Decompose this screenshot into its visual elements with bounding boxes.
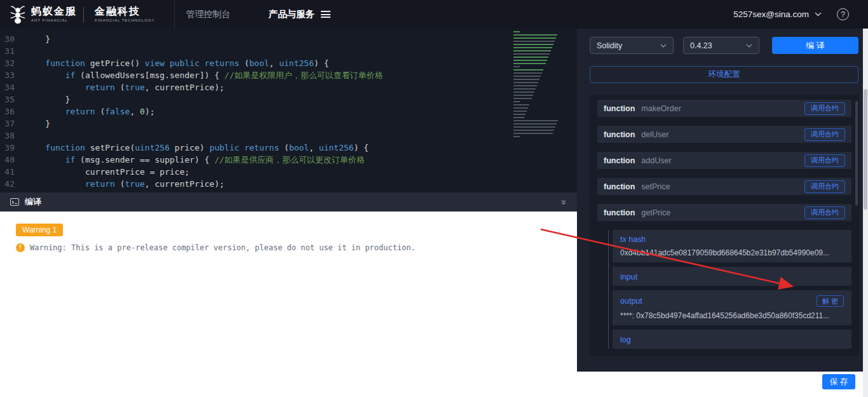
brand-division-en: FINANCIAL TECHNOLOGY bbox=[95, 18, 155, 22]
code-line: 30 } bbox=[0, 33, 577, 45]
function-name: delUser bbox=[641, 130, 668, 139]
code-line: 33 if (allowedUsers[msg.sender]) { //如果是… bbox=[0, 69, 577, 81]
function-row-addUser[interactable]: functionaddUser调用合约 bbox=[597, 152, 851, 169]
code-line: 37 } bbox=[0, 118, 577, 130]
call-contract-button[interactable]: 调用合约 bbox=[804, 128, 845, 141]
code-line: 36 return (false, 0); bbox=[0, 105, 577, 118]
output-value: ****: 0x78c5bd497e4affad1645256ad6be3d50… bbox=[620, 311, 844, 320]
version-select-value: 0.4.23 bbox=[690, 41, 712, 50]
brand-name-en: ANT FINANCIAL bbox=[31, 18, 77, 22]
brand-divider bbox=[83, 7, 84, 22]
header-divider bbox=[174, 0, 175, 29]
minimap[interactable] bbox=[513, 31, 569, 190]
ant-icon bbox=[9, 4, 27, 25]
function-name: getPrice bbox=[641, 208, 670, 217]
env-config-button[interactable]: 环境配置 bbox=[590, 66, 858, 83]
call-contract-button[interactable]: 调用合约 bbox=[804, 206, 845, 219]
function-keyword: function bbox=[604, 208, 635, 217]
decrypt-button[interactable]: 解 密 bbox=[817, 295, 844, 307]
tx-hash-label: tx hash bbox=[620, 235, 844, 244]
brand-name-cn: 蚂蚁金服 bbox=[31, 6, 77, 17]
help-icon[interactable]: ? bbox=[837, 8, 849, 20]
page-scrollbar-thumb[interactable] bbox=[864, 89, 867, 210]
warning-message: Warning: This is a pre-release compiler … bbox=[30, 243, 416, 252]
warning-icon: ! bbox=[16, 243, 25, 252]
chevron-down-icon bbox=[815, 12, 822, 17]
call-contract-button[interactable]: 调用合约 bbox=[804, 180, 845, 193]
input-block[interactable]: input bbox=[613, 267, 851, 286]
call-contract-button[interactable]: 调用合约 bbox=[804, 154, 845, 167]
console-icon bbox=[10, 198, 19, 206]
output-block: output 解 密 ****: 0x78c5bd497e4affad16452… bbox=[613, 290, 851, 325]
code-line: 38 bbox=[0, 130, 577, 142]
minimap-lines bbox=[513, 31, 569, 137]
compiler-controls: Solidity 0.4.23 编 译 bbox=[590, 37, 858, 54]
log-label: log bbox=[620, 335, 631, 344]
function-keyword: function bbox=[604, 182, 635, 191]
save-button[interactable]: 保 存 bbox=[822, 374, 855, 389]
function-list: functionmakeOrder调用合约functiondelUser调用合约… bbox=[590, 95, 859, 356]
code-line: 40 if (msg.sender == supplier) { //如果是供应… bbox=[0, 154, 577, 166]
input-label: input bbox=[620, 273, 637, 281]
page-scrollbar[interactable] bbox=[863, 29, 868, 397]
menu-icon bbox=[321, 11, 330, 18]
function-name: makeOrder bbox=[641, 104, 681, 113]
code-line: 42 return (true, currentPrice); bbox=[0, 178, 577, 190]
compile-button[interactable]: 编 译 bbox=[772, 37, 858, 54]
function-row-setPrice[interactable]: functionsetPrice调用合约 bbox=[597, 178, 851, 195]
function-getprice-block: function getPrice 调用合约 tx hash 0xd4bb141… bbox=[597, 204, 851, 349]
function-name: setPrice bbox=[641, 182, 670, 191]
compiler-output: Warning 1 ! Warning: This is a pre-relea… bbox=[0, 212, 577, 252]
ant-financial-logo: 蚂蚁金服 ANT FINANCIAL 金融科技 FINANCIAL TECHNO… bbox=[0, 4, 155, 25]
code-line: 35 } bbox=[0, 93, 577, 105]
function-rows: functionmakeOrder调用合约functiondelUser调用合约… bbox=[597, 100, 851, 195]
code-editor[interactable]: 30 }3132 function getPrice() view public… bbox=[0, 29, 577, 192]
code-lines: 30 }3132 function getPrice() view public… bbox=[0, 29, 577, 190]
code-line: 32 function getPrice() view public retur… bbox=[0, 57, 577, 69]
warning-count-badge: Warning 1 bbox=[16, 224, 63, 236]
function-name: addUser bbox=[641, 156, 671, 165]
page: 蚂蚁金服 ANT FINANCIAL 金融科技 FINANCIAL TECHNO… bbox=[0, 0, 868, 397]
function-row-getPrice[interactable]: function getPrice 调用合约 bbox=[597, 204, 851, 221]
call-contract-button[interactable]: 调用合约 bbox=[804, 102, 845, 115]
nav-management-console[interactable]: 管理控制台 bbox=[186, 9, 231, 20]
getprice-call-result: tx hash 0xd4bb141adc5e08179059bd668645b2… bbox=[608, 230, 851, 349]
function-list-scrollbar[interactable] bbox=[855, 101, 858, 206]
compile-panel-title: 编译 bbox=[25, 196, 41, 208]
account-email: 5257sex@sina.com bbox=[733, 10, 809, 19]
function-row-makeOrder[interactable]: functionmakeOrder调用合约 bbox=[597, 100, 851, 117]
nav-products-label: 产品与服务 bbox=[269, 8, 315, 20]
version-select[interactable]: 0.4.23 bbox=[683, 37, 759, 54]
chevron-down-icon bbox=[746, 44, 752, 48]
nav-products-services[interactable]: 产品与服务 bbox=[269, 8, 331, 20]
language-select-value: Solidity bbox=[597, 41, 622, 50]
log-block[interactable]: log bbox=[613, 330, 851, 349]
code-line: 39 function setPrice(uint256 price) publ… bbox=[0, 142, 577, 154]
top-bar: 蚂蚁金服 ANT FINANCIAL 金融科技 FINANCIAL TECHNO… bbox=[0, 0, 868, 29]
code-line: 31 bbox=[0, 45, 577, 57]
code-line: 41 currentPrice = price; bbox=[0, 166, 577, 178]
function-keyword: function bbox=[604, 104, 635, 113]
collapse-chevron-icon[interactable]: » bbox=[559, 199, 569, 205]
chevron-down-icon bbox=[660, 44, 667, 48]
function-keyword: function bbox=[604, 156, 635, 165]
compile-panel-header[interactable]: 编译 » bbox=[0, 192, 577, 212]
function-keyword: function bbox=[604, 130, 635, 139]
account-menu[interactable]: 5257sex@sina.com bbox=[733, 10, 822, 19]
code-line: 34 return (true, currentPrice); bbox=[0, 81, 577, 93]
tx-hash-value: 0xd4bb141adc5e08179059bd668645b2e31b97db… bbox=[620, 248, 844, 257]
brand-division-cn: 金融科技 bbox=[95, 6, 155, 17]
tx-hash-block: tx hash 0xd4bb141adc5e08179059bd668645b2… bbox=[613, 230, 851, 262]
output-label: output bbox=[620, 297, 642, 306]
warning-row: ! Warning: This is a pre-release compile… bbox=[16, 243, 577, 252]
function-row-delUser[interactable]: functiondelUser调用合约 bbox=[597, 126, 851, 143]
contract-panel: Solidity 0.4.23 编 译 环境配置 functionmakeOrd… bbox=[577, 29, 863, 372]
language-select[interactable]: Solidity bbox=[590, 37, 674, 54]
